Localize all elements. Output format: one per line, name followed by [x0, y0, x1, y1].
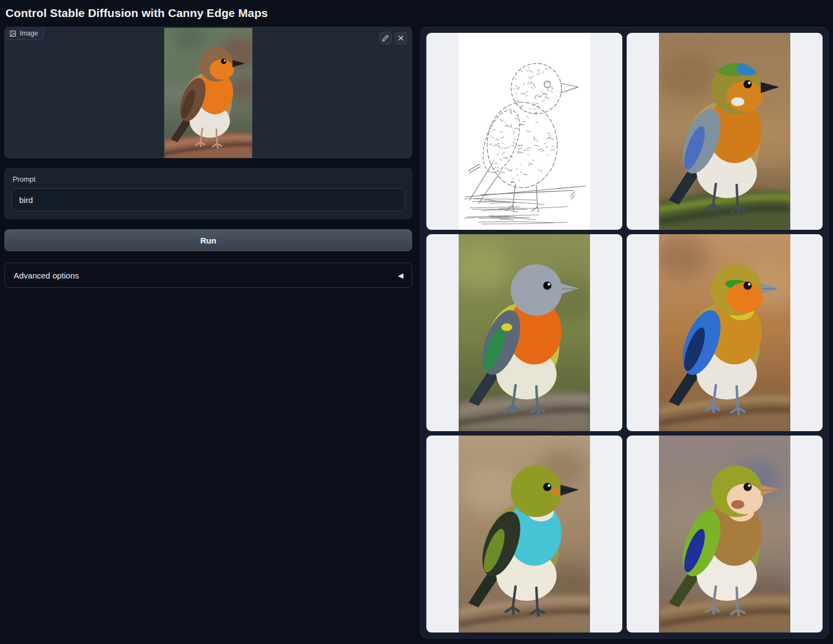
image-toolbar — [379, 32, 407, 44]
main-layout: Image — [4, 27, 829, 639]
accordion-collapse-arrow-icon: ◀ — [398, 272, 403, 279]
output-gallery — [420, 27, 829, 639]
run-button[interactable]: Run — [4, 229, 412, 251]
gallery-item-generated-bird-2[interactable] — [426, 234, 622, 431]
page-title: Control Stable Diffusion with Canny Edge… — [5, 7, 828, 20]
gallery-item-canny-edge-map[interactable] — [426, 33, 622, 230]
close-icon — [397, 34, 404, 42]
prompt-component: Prompt — [4, 168, 412, 219]
prompt-input[interactable] — [11, 188, 405, 211]
app-page: Control Stable Diffusion with Canny Edge… — [0, 0, 833, 639]
edit-image-button[interactable] — [379, 32, 392, 44]
pencil-icon — [382, 34, 389, 42]
generated-bird-image — [659, 234, 790, 431]
advanced-options-accordion[interactable]: Advanced options ◀ — [4, 263, 412, 288]
prompt-label: Prompt — [13, 175, 405, 183]
generated-bird-image — [459, 234, 590, 431]
generated-bird-image — [659, 33, 790, 230]
gallery-item-generated-bird-5[interactable] — [627, 436, 823, 633]
image-icon — [9, 30, 16, 37]
gallery-item-generated-bird-1[interactable] — [627, 33, 823, 230]
input-image-preview[interactable] — [164, 28, 252, 158]
input-column: Image — [4, 27, 412, 288]
image-input-component: Image — [4, 27, 412, 158]
generated-bird-image — [659, 436, 790, 633]
clear-image-button[interactable] — [395, 32, 407, 44]
image-input-label: Image — [5, 27, 44, 40]
canny-edge-image — [459, 33, 590, 230]
generated-bird-image — [459, 436, 590, 633]
advanced-options-label: Advanced options — [14, 271, 79, 280]
image-input-label-text: Image — [20, 30, 38, 37]
gallery-item-generated-bird-3[interactable] — [627, 234, 823, 431]
gallery-item-generated-bird-4[interactable] — [426, 436, 622, 633]
